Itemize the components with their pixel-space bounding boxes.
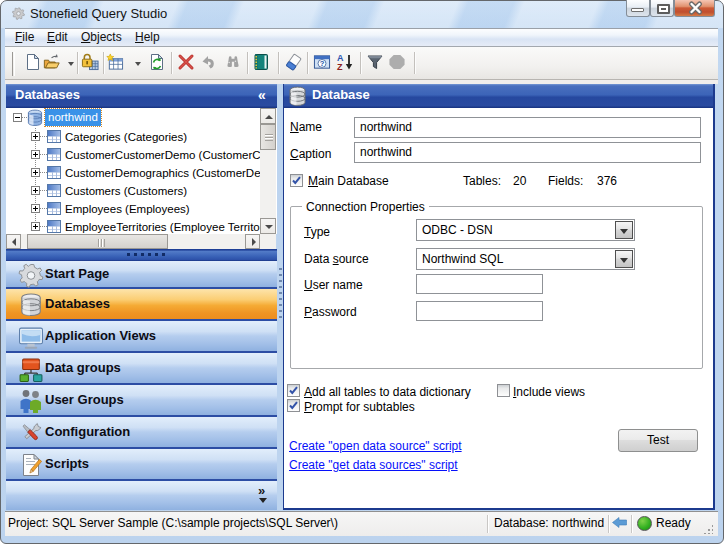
svg-text:?: ? [320, 59, 325, 68]
svg-text:Z: Z [337, 62, 343, 72]
